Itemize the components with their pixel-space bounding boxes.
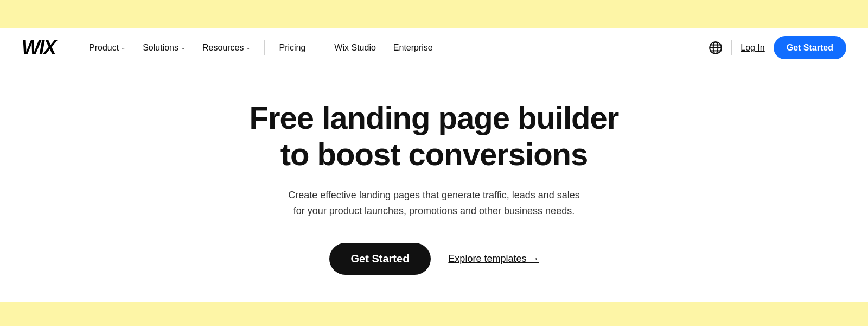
nav-item-enterprise[interactable]: Enterprise bbox=[386, 39, 441, 57]
explore-templates-link[interactable]: Explore templates → bbox=[448, 253, 539, 265]
nav-item-product[interactable]: Product ⌄ bbox=[81, 39, 133, 57]
nav-item-resources[interactable]: Resources ⌄ bbox=[195, 39, 258, 57]
nav-right-divider bbox=[731, 40, 732, 55]
hero-title: Free landing page builder to boost conve… bbox=[250, 100, 619, 172]
login-link[interactable]: Log In bbox=[741, 43, 764, 53]
hero-section: Free landing page builder to boost conve… bbox=[0, 67, 868, 302]
bottom-banner bbox=[0, 302, 868, 326]
top-banner bbox=[0, 0, 868, 28]
wix-logo[interactable]: WIX bbox=[22, 36, 55, 59]
nav-get-started-button[interactable]: Get Started bbox=[774, 36, 846, 59]
hero-actions: Get Started Explore templates → bbox=[329, 243, 539, 275]
chevron-down-icon: ⌄ bbox=[181, 45, 185, 51]
chevron-down-icon: ⌄ bbox=[121, 45, 125, 51]
chevron-down-icon: ⌄ bbox=[246, 45, 250, 51]
nav-item-wix-studio[interactable]: Wix Studio bbox=[327, 39, 383, 57]
hero-subtitle: Create effective landing pages that gene… bbox=[288, 187, 580, 219]
hero-get-started-button[interactable]: Get Started bbox=[329, 243, 431, 275]
nav-divider bbox=[264, 40, 265, 55]
nav-links: Product ⌄ Solutions ⌄ Resources ⌄ Pricin… bbox=[81, 39, 709, 57]
navbar: WIX Product ⌄ Solutions ⌄ Resources ⌄ Pr… bbox=[0, 28, 868, 67]
nav-item-pricing[interactable]: Pricing bbox=[271, 39, 313, 57]
nav-divider-2 bbox=[320, 40, 320, 55]
nav-item-solutions[interactable]: Solutions ⌄ bbox=[135, 39, 193, 57]
globe-icon[interactable] bbox=[709, 41, 723, 55]
nav-right: Log In Get Started bbox=[709, 36, 846, 59]
